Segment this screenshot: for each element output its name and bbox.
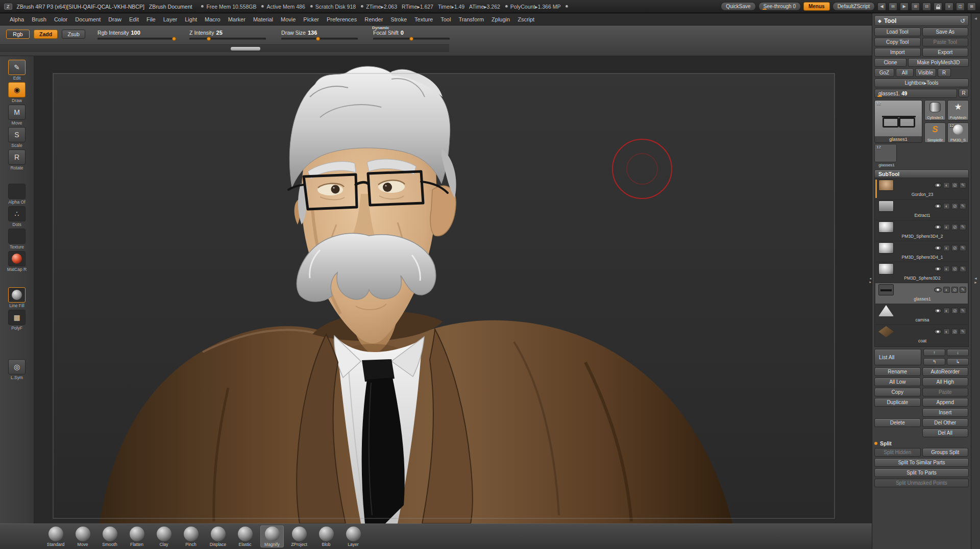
polypaint-icon[interactable]: ◐ <box>943 329 950 335</box>
subtool-action-button[interactable]: Delete <box>874 418 921 427</box>
tray-item[interactable]: ∴ Dots <box>5 206 29 227</box>
subtool-action-button[interactable]: Del All <box>922 429 969 437</box>
tool-button[interactable]: Visible <box>915 68 936 77</box>
brush-item[interactable]: Smooth <box>98 526 121 547</box>
menu-item[interactable]: Layer <box>160 15 181 24</box>
menu-item[interactable]: Alpha <box>6 15 28 24</box>
visibility-eye-icon[interactable] <box>934 204 942 209</box>
split-button[interactable]: Split To Parts <box>874 468 969 477</box>
tray-item[interactable]: S Scale <box>5 127 29 148</box>
menu-item[interactable]: Tool <box>437 15 454 24</box>
tray-item[interactable]: ▦ PolyF <box>5 310 29 331</box>
tool-button[interactable]: Paste Tool <box>922 38 969 46</box>
layout-next-icon[interactable]: ▶ <box>900 3 909 11</box>
lightbox-divider-handle[interactable] <box>231 47 260 51</box>
mask-icon[interactable]: ⊘ <box>951 182 958 188</box>
edit-pen-icon[interactable]: ✎ <box>960 245 966 251</box>
panel-reset-icon[interactable]: ↺ <box>960 17 965 24</box>
shelf-slider[interactable]: Dynamic Rgb Intensity100 <box>97 30 174 40</box>
stat-dot-icon[interactable] <box>310 5 313 8</box>
stat-dot-icon[interactable] <box>505 5 508 8</box>
polypaint-icon[interactable]: ◐ <box>943 245 950 251</box>
subtool-row[interactable]: ◐ ⊘ ✎ Gordon_23 <box>875 179 968 199</box>
layout-prev-icon[interactable]: ◀ <box>877 3 886 11</box>
tool-slider-handle[interactable] <box>877 95 882 97</box>
tool-name-slider[interactable]: glasses1. 49 <box>874 89 957 98</box>
slider-handle[interactable] <box>207 37 211 41</box>
menu-item[interactable]: Render <box>361 15 386 24</box>
sculpt-3d-model[interactable] <box>34 56 872 523</box>
tray-item[interactable]: Line Fill <box>5 287 29 308</box>
tool-button[interactable]: GoZ <box>874 68 894 77</box>
polypaint-icon[interactable]: ◐ <box>943 182 950 188</box>
menu-item[interactable]: Texture <box>411 15 436 24</box>
menu-item[interactable]: Color <box>51 15 71 24</box>
menu-item[interactable]: Zplugin <box>488 15 513 24</box>
zadd-button[interactable]: Zadd <box>34 30 58 39</box>
split-section-label[interactable]: Split <box>874 440 969 446</box>
menu-item[interactable]: File <box>143 15 159 24</box>
split-button[interactable]: Split To Similar Parts <box>874 458 969 467</box>
menu-item[interactable]: Preferences <box>323 15 360 24</box>
visibility-eye-icon[interactable] <box>934 266 942 271</box>
subtool-action-button[interactable]: Paste <box>922 388 969 396</box>
edit-pen-icon[interactable]: ✎ <box>960 329 966 335</box>
quicksave-button[interactable]: QuickSave <box>721 2 755 11</box>
menu-item[interactable]: Zscript <box>514 15 538 24</box>
menu-item[interactable]: Movie <box>277 15 299 24</box>
mask-icon[interactable]: ⊘ <box>951 203 958 209</box>
subtool-row[interactable]: ◐ ⊘ ✎ coat <box>875 325 968 346</box>
edit-pen-icon[interactable]: ✎ <box>960 182 966 188</box>
tool-button[interactable]: R <box>938 68 951 77</box>
brush-item[interactable]: Layer <box>341 526 365 547</box>
subtool-move-down-button[interactable]: ↳ <box>947 358 969 365</box>
subtool-row[interactable]: ◐ ⊘ ✎ Extract1 <box>875 199 968 220</box>
tray-item[interactable]: R Rotate <box>5 149 29 170</box>
shelf-slider[interactable]: Dynamic Z Intensity25 <box>189 30 266 40</box>
brush-item[interactable]: Displace <box>206 526 230 547</box>
tray-divider-handle[interactable]: ◂▸ <box>869 277 871 284</box>
polypaint-icon[interactable]: ◐ <box>943 203 950 209</box>
brush-item[interactable]: Move <box>71 526 94 547</box>
mask-icon[interactable]: ⊘ <box>951 245 958 251</box>
visibility-eye-icon[interactable] <box>934 329 942 334</box>
tool-button[interactable]: Copy Tool <box>874 38 921 46</box>
slider-track[interactable] <box>189 38 266 40</box>
close-icon[interactable]: ⊠ <box>967 3 976 11</box>
viewport-canvas[interactable]: ◂▸ <box>34 56 872 523</box>
subtool-select-down-button[interactable]: ↓ <box>947 349 969 356</box>
tray-item[interactable]: ✎ Edit <box>5 60 29 81</box>
shelf-slider[interactable]: Dynamic Draw Size136 <box>281 30 358 40</box>
slider-track[interactable] <box>373 38 450 40</box>
menu-item[interactable]: Draw <box>105 15 125 24</box>
tool-button[interactable]: Lightbox▸Tools <box>874 79 969 87</box>
menu-item[interactable]: Macro <box>201 15 224 24</box>
slider-track[interactable] <box>97 38 174 40</box>
brush-item[interactable]: ZProject <box>287 526 311 547</box>
menu-item[interactable]: Edit <box>126 15 142 24</box>
mask-icon[interactable]: ⊘ <box>951 224 958 230</box>
subtool-action-button[interactable]: Duplicate <box>874 398 921 407</box>
menu-item[interactable]: Brush <box>28 15 50 24</box>
menu-item[interactable]: Transform <box>455 15 487 24</box>
tray-item[interactable]: M Move <box>5 105 29 126</box>
subtool-action-button[interactable]: Insert <box>922 408 969 417</box>
brush-item[interactable]: Magnify <box>260 526 284 547</box>
palette-dock2-icon[interactable]: ⊟ <box>922 3 931 11</box>
subtool-row[interactable]: ◐ ⊘ ✎ glasses1 <box>875 283 968 304</box>
tool-button[interactable]: Export <box>922 48 969 57</box>
subtool-row[interactable]: ◐ ⊘ ✎ PM3D_Sphere3D4_1 <box>875 241 968 262</box>
tool-button[interactable]: Import <box>874 48 921 57</box>
slider-track[interactable] <box>281 38 358 40</box>
menu-item[interactable]: Material <box>250 15 277 24</box>
split-button[interactable]: Split Hidden <box>874 448 921 457</box>
brush-item[interactable]: Flatten <box>125 526 149 547</box>
menu-item[interactable]: Marker <box>225 15 249 24</box>
subtool-action-button[interactable]: Del Other <box>922 418 969 427</box>
edit-pen-icon[interactable]: ✎ <box>960 224 966 230</box>
subtool-move-up-button[interactable]: ↰ <box>923 358 945 365</box>
default-zscript-button[interactable]: DefaultZScript <box>832 2 875 11</box>
visibility-eye-icon[interactable] <box>934 287 942 292</box>
visibility-eye-icon[interactable] <box>934 224 942 230</box>
restore-window-icon[interactable]: ◫ <box>956 3 965 11</box>
